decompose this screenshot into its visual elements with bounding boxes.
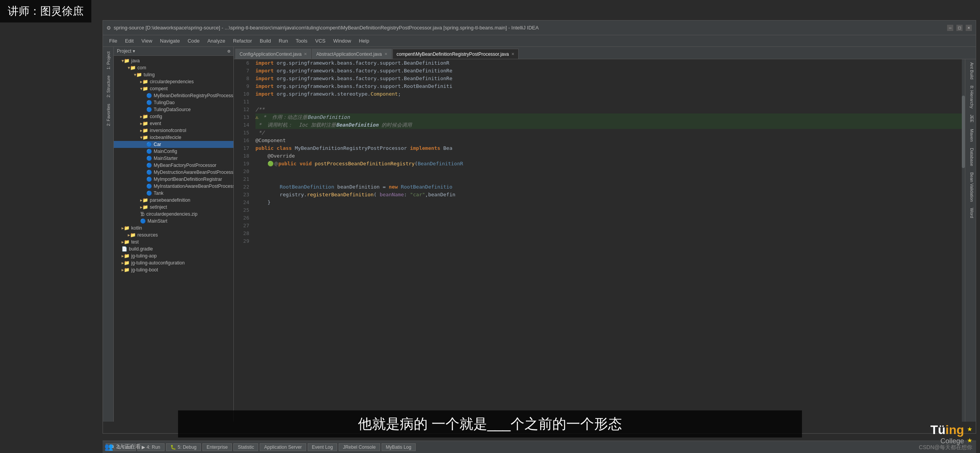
- code-line-12: /**: [255, 106, 962, 113]
- list-item[interactable]: ▸📁 setInject: [114, 204, 233, 211]
- menu-build[interactable]: Build: [257, 37, 274, 45]
- file-tree-actions[interactable]: ⚙: [228, 48, 230, 54]
- list-item[interactable]: ▸📁 inversionofcontrol: [114, 127, 233, 134]
- code-line-8: import org.springframework.beans.factory…: [255, 75, 962, 82]
- list-item[interactable]: ▸📁 jg-tuling-boot: [114, 266, 233, 273]
- list-item[interactable]: ▸📁 event: [114, 120, 233, 127]
- file-tree-title: Project ▾: [117, 48, 135, 54]
- list-item[interactable]: ▸📁 resources: [114, 232, 233, 239]
- list-item[interactable]: ▸📁 kotlin: [114, 225, 233, 232]
- menu-tools[interactable]: Tools: [293, 37, 310, 45]
- bottom-tab-mybatis[interactable]: MyBatis Log: [382, 443, 416, 451]
- menu-run[interactable]: Run: [276, 37, 291, 45]
- bottom-tab-appserver[interactable]: Application Server: [260, 443, 306, 451]
- code-line-29: [255, 237, 962, 245]
- right-tab-hierarchy[interactable]: 8: Hierarchy: [965, 82, 976, 112]
- menu-window[interactable]: Window: [330, 37, 354, 45]
- tab-close-icon[interactable]: ✕: [304, 52, 307, 56]
- folder-collapsed-icon: ▸📁: [122, 239, 130, 245]
- right-tab-word[interactable]: Word: [965, 205, 976, 221]
- bottom-tab-enterprise[interactable]: Enterprise: [202, 443, 232, 451]
- viewers-icon: 👥: [105, 443, 113, 451]
- menu-refactor[interactable]: Refactor: [230, 37, 255, 45]
- tuling-stars: ★ ★: [967, 424, 972, 444]
- tab-favorites[interactable]: 2: Favorites: [105, 101, 112, 129]
- list-item[interactable]: 🔵 MainStarter: [114, 155, 233, 162]
- folder-collapsed-icon: ▸📁: [122, 260, 130, 266]
- tab-abstract-app-context[interactable]: AbstractApplicationContext.java ✕: [312, 49, 391, 59]
- code-line-14: * 调用时机： Ioc 加载时注册BeanDefinition 的时候会调用: [255, 121, 962, 129]
- menu-view[interactable]: View: [138, 37, 155, 45]
- menu-vcs[interactable]: VCS: [312, 37, 329, 45]
- menu-navigate[interactable]: Navigate: [157, 37, 183, 45]
- scrollbar-thumb[interactable]: [962, 96, 965, 168]
- list-item[interactable]: 📄 build.gradle: [114, 245, 233, 252]
- folder-open-icon: ▾📁: [122, 58, 130, 63]
- java-class-icon: 🔵: [140, 218, 146, 224]
- tuling-logo-text: Tüing: [930, 423, 964, 437]
- list-item[interactable]: ▾📁 java: [114, 57, 233, 64]
- tabs-bar: ConfigApplicationContext.java ✕ Abstract…: [234, 47, 976, 59]
- code-line-17: public class MyBeanDefinitionRegistryPos…: [255, 144, 962, 152]
- code-line-11: [255, 98, 962, 106]
- right-tab-database[interactable]: Database: [965, 145, 976, 169]
- menu-edit[interactable]: Edit: [122, 37, 137, 45]
- list-item[interactable]: 🔵 MyBeanFactoryPostProcessor: [114, 162, 233, 169]
- close-button[interactable]: ✕: [966, 25, 972, 31]
- list-item[interactable]: 🔵 MyImportBeanDefinitionRegistrar: [114, 176, 233, 183]
- maximize-button[interactable]: □: [956, 25, 963, 31]
- list-item[interactable]: ▸📁 parsebeandefinition: [114, 197, 233, 204]
- menu-code[interactable]: Code: [185, 37, 203, 45]
- list-item[interactable]: ▸📁 config: [114, 113, 233, 120]
- file-tree-content[interactable]: ▾📁 java ▾📁 com ▾📁 tuling: [114, 56, 233, 422]
- vertical-scrollbar[interactable]: [962, 59, 965, 422]
- java-class-icon: 🔵: [146, 156, 152, 161]
- right-tab-bean-validation[interactable]: Bean Validation: [965, 169, 976, 205]
- tab-structure[interactable]: 2: Structure: [105, 72, 112, 101]
- list-item[interactable]: 🔵 Car: [114, 141, 233, 148]
- tab-project[interactable]: 1: Project: [105, 48, 112, 72]
- list-item[interactable]: 🔵 TulingDataSource: [114, 106, 233, 113]
- list-item[interactable]: 🔵 MyDestructionAwareBeanPostProcessor: [114, 169, 233, 176]
- list-item[interactable]: ▾📁 compent: [114, 85, 233, 92]
- tab-mybean-def-registry[interactable]: compent\MyBeanDefinitionRegistryPostProc…: [392, 49, 519, 59]
- list-item[interactable]: 🔵 MyBeanDefinitionRegistryPostProcessor: [114, 92, 233, 99]
- list-item[interactable]: ▾📁 com: [114, 64, 233, 71]
- tab-close-icon[interactable]: ✕: [384, 52, 387, 56]
- bottom-tab-eventlog[interactable]: Event Log: [308, 443, 337, 451]
- list-item[interactable]: ▾📁 tuling: [114, 71, 233, 78]
- menu-file[interactable]: File: [106, 37, 120, 45]
- right-tab-ant-build[interactable]: Ant Build: [965, 59, 976, 82]
- list-item[interactable]: 🔵 MainStart: [114, 218, 233, 225]
- bottom-tab-run[interactable]: ▶ 4: Run: [137, 443, 164, 451]
- menu-analyze[interactable]: Analyze: [204, 37, 228, 45]
- list-item[interactable]: 🔵 MyInstantiationAwareBeanPostProcessor: [114, 183, 233, 190]
- intellij-icon: ⚙: [107, 24, 111, 31]
- list-item[interactable]: ▸📁 jg-tuling-autoconfiguration: [114, 259, 233, 266]
- code-content[interactable]: import org.springframework.beans.factory…: [252, 59, 962, 422]
- minimize-button[interactable]: —: [947, 25, 953, 31]
- right-tab-jee[interactable]: JEE: [965, 112, 976, 125]
- tuling-logo: Tüing College ★ ★: [930, 423, 972, 445]
- code-line-13: ⚠ * 作用：动态注册BeanDefinition: [255, 113, 962, 121]
- tab-config-app-context[interactable]: ConfigApplicationContext.java ✕: [235, 49, 311, 59]
- menu-help[interactable]: Help: [356, 37, 372, 45]
- title-bar: ⚙ spring-source [D:\ideaworkspace\spring…: [103, 21, 976, 35]
- java-class-icon: 🔵: [146, 107, 152, 112]
- list-item[interactable]: ▸📁 test: [114, 239, 233, 245]
- bottom-tab-debug[interactable]: 🐛 5: Debug: [166, 443, 201, 451]
- list-item[interactable]: 🔵 MainConfig: [114, 148, 233, 155]
- bottom-tab-jrebel[interactable]: JRebel Console: [339, 443, 380, 451]
- tuling-logo-container: Tüing College: [930, 423, 964, 445]
- code-line-15: */: [255, 129, 962, 137]
- list-item[interactable]: ▸📁 jg-tuling-aop: [114, 252, 233, 259]
- list-item[interactable]: 🔵 TulingDao: [114, 99, 233, 106]
- list-item[interactable]: 🗜 circulardependencies.zip: [114, 211, 233, 218]
- tab-close-icon[interactable]: ✕: [511, 52, 514, 56]
- list-item[interactable]: ▾📁 iocbeanlifecicle: [114, 134, 233, 141]
- bottom-tab-statistic[interactable]: Statistic: [233, 443, 258, 451]
- right-tab-maven[interactable]: Maven: [965, 126, 976, 145]
- list-item[interactable]: 🔵 Tank: [114, 190, 233, 197]
- status-left: 👥 2人正在看: [105, 443, 141, 451]
- list-item[interactable]: ▸📁 circulardependencies: [114, 78, 233, 85]
